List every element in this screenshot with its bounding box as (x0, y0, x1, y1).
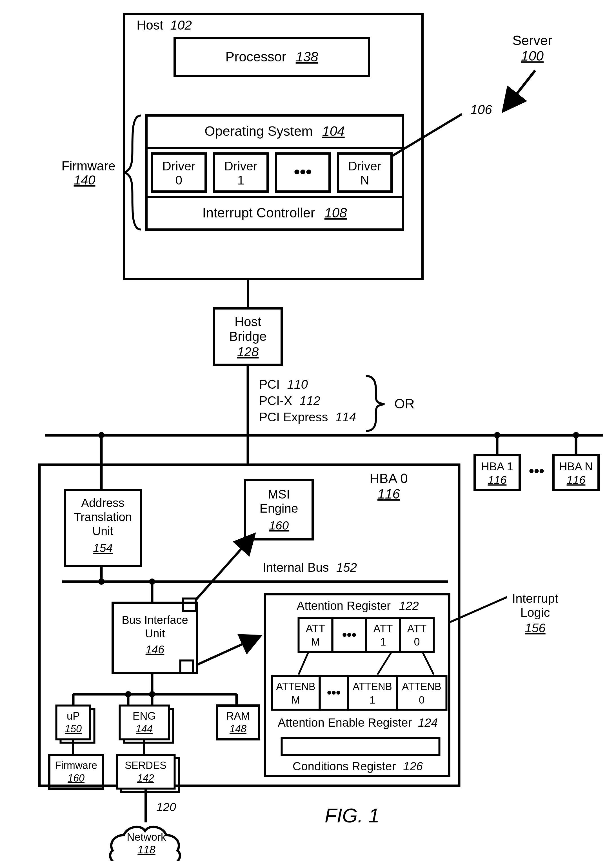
svg-text:PCI
      110: PCI 110 (259, 377, 308, 391)
up-box: uP 150 (57, 694, 94, 755)
svg-text:Firmware: Firmware (55, 760, 97, 771)
svg-rect-68 (180, 660, 193, 673)
svg-text:N: N (360, 173, 369, 187)
svg-text:Interrupt: Interrupt (512, 591, 558, 605)
svg-text:ATT: ATT (374, 623, 393, 635)
svg-rect-67 (183, 599, 196, 611)
svg-text:Network: Network (127, 831, 166, 843)
svg-text:116: 116 (567, 474, 586, 486)
svg-text:160: 160 (68, 772, 85, 784)
eng-box: ENG 144 (120, 694, 173, 755)
svg-line-70 (197, 636, 259, 665)
svg-text:Engine: Engine (259, 501, 298, 515)
svg-text:142: 142 (137, 772, 154, 784)
svg-point-35 (98, 432, 104, 438)
server-label: Server 100 (504, 33, 552, 110)
svg-text:1: 1 (380, 636, 386, 648)
svg-text:146: 146 (146, 643, 165, 656)
svg-text:144: 144 (136, 723, 152, 735)
svg-point-62 (149, 578, 155, 585)
svg-text:Processor
      138: Processor 138 (225, 49, 318, 64)
svg-line-112 (377, 652, 391, 674)
svg-text:Logic: Logic (520, 605, 550, 619)
svg-text:Driver: Driver (224, 159, 257, 173)
svg-text:128: 128 (237, 344, 259, 359)
svg-text:Host: Host (235, 314, 261, 329)
msi-engine-box: MSI Engine 160 (245, 480, 313, 539)
svg-point-38 (494, 432, 500, 438)
svg-text:M: M (311, 636, 320, 648)
svg-line-69 (196, 535, 253, 600)
svg-text:ATTENB: ATTENB (402, 681, 441, 692)
driver-ellipsis: ••• (276, 154, 330, 192)
svg-point-43 (573, 432, 579, 438)
hba0-label: HBA 0 (369, 471, 408, 486)
hba-ellipsis: ••• (529, 463, 544, 479)
svg-text:1: 1 (237, 173, 244, 187)
svg-text:0: 0 (176, 173, 182, 187)
svg-text:Address: Address (81, 496, 124, 509)
interrupt-logic-box: Attention Register 122 ATT M ••• ATT 1 A… (265, 594, 449, 776)
svg-text:Operating System
      104: Operating System 104 (204, 124, 345, 138)
svg-text:RAM: RAM (226, 710, 250, 722)
svg-text:OR: OR (394, 396, 415, 411)
svg-text:140: 140 (74, 173, 96, 187)
svg-line-25 (504, 71, 535, 110)
svg-text:ATTENB: ATTENB (353, 681, 392, 692)
interrupt-logic-label: Interrupt Logic 156 (449, 591, 558, 635)
svg-text:1: 1 (369, 694, 375, 706)
svg-text:148: 148 (229, 723, 247, 735)
driver-n: Driver N (338, 154, 391, 192)
svg-text:HBA 1: HBA 1 (481, 460, 513, 473)
svg-text:Unit: Unit (145, 627, 165, 639)
svg-text:M: M (292, 694, 300, 706)
firmware-stack: Operating System 104 Driver 0 Driver 1 •… (146, 115, 403, 229)
svg-text:100: 100 (521, 49, 544, 63)
svg-text:ATT: ATT (306, 623, 325, 635)
svg-text:Server: Server (512, 33, 552, 48)
atu-box: Address Translation Unit 154 (65, 465, 141, 585)
svg-text:Firmware: Firmware (61, 159, 115, 173)
svg-text:MSI: MSI (268, 487, 290, 501)
svg-text:0: 0 (414, 636, 420, 648)
svg-text:PCI Express
      114: PCI Express 114 (259, 410, 356, 424)
svg-text:Bridge: Bridge (229, 329, 267, 344)
figure-label: FIG. 1 (325, 804, 379, 826)
svg-text:Translation: Translation (74, 511, 132, 523)
svg-rect-126 (282, 738, 439, 755)
svg-text:Bus Interface: Bus Interface (122, 614, 188, 626)
svg-line-113 (423, 652, 434, 674)
network-cloud: Network 118 (110, 827, 180, 861)
bus-options: PCI 110 PCI-X 112 PCI Express 114 OR (259, 376, 415, 431)
host-label: Host 102 (137, 18, 192, 32)
svg-text:Attention Enable Register
    : Attention Enable Register 124 (278, 716, 438, 729)
svg-text:Unit: Unit (93, 525, 113, 538)
svg-text:Driver: Driver (162, 159, 195, 173)
svg-text:150: 150 (65, 723, 82, 735)
driver-1: Driver 1 (214, 154, 267, 192)
svg-text:•••: ••• (294, 162, 311, 181)
svg-text:Driver: Driver (348, 159, 381, 173)
svg-text:uP: uP (67, 710, 80, 722)
svg-text:HBA N: HBA N (559, 460, 593, 473)
svg-text:Conditions Register
      126: Conditions Register 126 (293, 760, 423, 773)
svg-text:156: 156 (525, 621, 545, 635)
svg-text:116: 116 (488, 474, 507, 486)
hba-n-box: HBA N 116 (553, 432, 599, 490)
firmware-brace: Firmware 140 (61, 115, 141, 229)
svg-text:154: 154 (93, 541, 113, 555)
svg-text:ATT: ATT (407, 623, 427, 635)
hba-1-box: HBA 1 116 (475, 432, 520, 490)
ram-box: RAM 148 (217, 694, 259, 739)
svg-text:0: 0 (419, 694, 424, 706)
firmware-box: Firmware 160 (49, 755, 103, 789)
svg-text:Internal Bus
      152: Internal Bus 152 (263, 561, 357, 574)
svg-text:•••: ••• (327, 685, 341, 700)
driver-0: Driver 0 (152, 154, 206, 192)
bus-drop-left (98, 432, 104, 465)
driver-callout-106: 106 (391, 102, 492, 156)
svg-text:•••: ••• (342, 627, 356, 642)
biu-box: Bus Interface Unit 146 (113, 535, 259, 694)
svg-text:120: 120 (156, 800, 176, 814)
svg-text:Interrupt Controller
      108: Interrupt Controller 108 (202, 205, 347, 220)
